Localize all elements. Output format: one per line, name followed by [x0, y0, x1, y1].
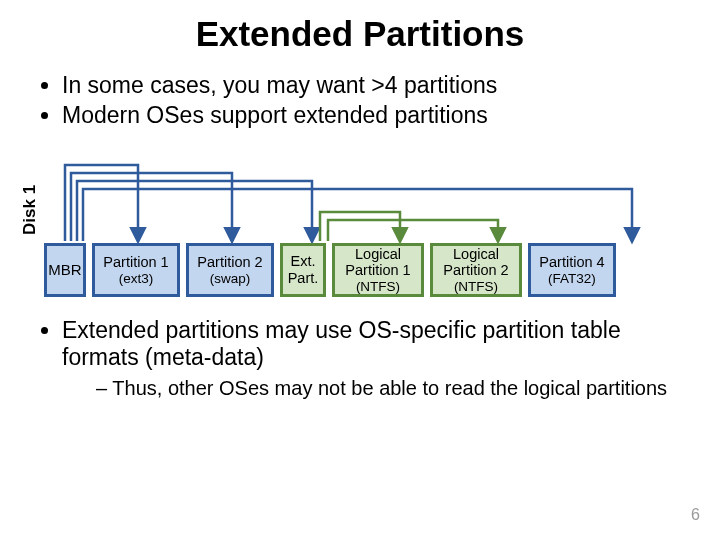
disk-label: Disk 1 [20, 185, 40, 235]
box-sublabel: (FAT32) [548, 271, 596, 287]
top-bullet-list: In some cases, you may want >4 partition… [0, 54, 720, 129]
box-label: Part. [288, 270, 319, 287]
bullet-item: Modern OSes support extended partitions [62, 102, 720, 129]
partition-1-box: Partition 1 (ext3) [92, 243, 180, 297]
box-sublabel: (ext3) [119, 271, 154, 287]
partition-2-box: Partition 2 (swap) [186, 243, 274, 297]
page-number: 6 [691, 506, 700, 524]
slide-title: Extended Partitions [0, 0, 720, 54]
box-label: Ext. [291, 253, 316, 270]
box-label: Partition 1 [103, 254, 168, 271]
sub-bullet-item: Thus, other OSes may not be able to read… [96, 377, 680, 400]
box-label: Logical [355, 246, 401, 263]
disk-row: MBR Partition 1 (ext3) Partition 2 (swap… [44, 243, 616, 297]
bottom-bullet-list: Extended partitions may use OS-specific … [0, 303, 720, 400]
bullet-text: Extended partitions may use OS-specific … [62, 317, 621, 370]
box-sublabel: (NTFS) [454, 279, 498, 295]
partition-diagram: Disk 1 MBR Partition 1 (ext3) Partition … [0, 135, 720, 303]
box-label: Partition 2 [443, 262, 508, 279]
partition-4-box: Partition 4 (FAT32) [528, 243, 616, 297]
bullet-item: In some cases, you may want >4 partition… [62, 72, 720, 99]
sub-bullet-list: Thus, other OSes may not be able to read… [62, 371, 680, 400]
box-label: Logical [453, 246, 499, 263]
logical-partition-2-box: Logical Partition 2 (NTFS) [430, 243, 522, 297]
box-sublabel: (NTFS) [356, 279, 400, 295]
bullet-item: Extended partitions may use OS-specific … [62, 317, 680, 400]
mbr-box: MBR [44, 243, 86, 297]
extended-partition-box: Ext. Part. [280, 243, 326, 297]
box-label: Partition 2 [197, 254, 262, 271]
box-label: Partition 1 [345, 262, 410, 279]
logical-partition-1-box: Logical Partition 1 (NTFS) [332, 243, 424, 297]
box-label: Partition 4 [539, 254, 604, 271]
box-sublabel: (swap) [210, 271, 251, 287]
box-label: MBR [48, 261, 81, 278]
